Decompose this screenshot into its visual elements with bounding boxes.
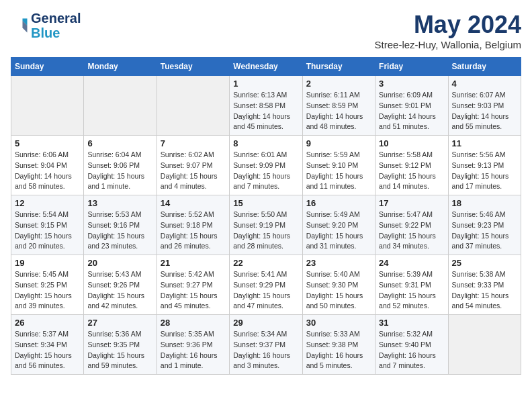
sunset-text: Sunset: 9:22 PM	[379, 220, 444, 231]
day-info: Sunrise: 5:39 AMSunset: 9:31 PMDaylight:…	[379, 269, 444, 312]
sunrise-text: Sunrise: 5:33 AM	[306, 329, 371, 340]
sunrise-text: Sunrise: 5:35 AM	[161, 329, 226, 340]
sunrise-text: Sunrise: 6:04 AM	[87, 150, 152, 161]
calendar-header-row: Sunday Monday Tuesday Wednesday Thursday…	[11, 58, 521, 76]
table-row	[11, 76, 84, 136]
sunset-text: Sunset: 9:07 PM	[161, 161, 226, 171]
sunset-text: Sunset: 9:31 PM	[379, 280, 444, 291]
daylight-text: Daylight: 15 hours and 4 minutes.	[161, 171, 226, 193]
col-wednesday: Wednesday	[230, 58, 302, 76]
table-row	[448, 315, 521, 375]
table-row: 2Sunrise: 6:11 AMSunset: 8:59 PMDaylight…	[302, 76, 375, 136]
daylight-text: Daylight: 15 hours and 17 minutes.	[452, 171, 517, 193]
day-info: Sunrise: 5:33 AMSunset: 9:38 PMDaylight:…	[306, 329, 371, 371]
table-row: 11Sunrise: 5:56 AMSunset: 9:13 PMDayligh…	[448, 136, 521, 195]
sunset-text: Sunset: 9:20 PM	[306, 220, 371, 231]
col-monday: Monday	[84, 58, 157, 76]
logo-icon	[11, 16, 30, 35]
sunrise-text: Sunrise: 5:46 AM	[452, 210, 517, 220]
day-info: Sunrise: 5:41 AMSunset: 9:29 PMDaylight:…	[233, 269, 298, 312]
daylight-text: Daylight: 15 hours and 47 minutes.	[233, 291, 298, 312]
table-row: 10Sunrise: 5:58 AMSunset: 9:12 PMDayligh…	[375, 136, 448, 195]
sunrise-text: Sunrise: 5:53 AM	[87, 210, 152, 220]
table-row: 29Sunrise: 5:34 AMSunset: 9:37 PMDayligh…	[230, 315, 302, 375]
sunset-text: Sunset: 9:29 PM	[233, 280, 298, 291]
sunset-text: Sunset: 9:19 PM	[233, 220, 298, 231]
day-number: 29	[233, 318, 298, 328]
table-row: 27Sunrise: 5:36 AMSunset: 9:35 PMDayligh…	[84, 315, 157, 375]
day-info: Sunrise: 6:04 AMSunset: 9:06 PMDaylight:…	[87, 150, 152, 192]
daylight-text: Daylight: 14 hours and 51 minutes.	[379, 111, 444, 133]
sunset-text: Sunset: 8:58 PM	[233, 101, 298, 111]
sunset-text: Sunset: 9:27 PM	[161, 280, 226, 291]
day-number: 26	[15, 318, 80, 328]
col-friday: Friday	[375, 58, 448, 76]
sunset-text: Sunset: 9:09 PM	[233, 161, 298, 171]
daylight-text: Daylight: 15 hours and 39 minutes.	[15, 291, 80, 312]
sunset-text: Sunset: 9:34 PM	[15, 340, 80, 351]
sunrise-text: Sunrise: 5:39 AM	[379, 269, 444, 280]
sunset-text: Sunset: 9:06 PM	[87, 161, 152, 171]
day-info: Sunrise: 5:36 AMSunset: 9:35 PMDaylight:…	[87, 329, 152, 371]
day-number: 24	[379, 258, 444, 268]
table-row: 4Sunrise: 6:07 AMSunset: 9:03 PMDaylight…	[448, 76, 521, 136]
daylight-text: Daylight: 14 hours and 58 minutes.	[15, 171, 80, 193]
day-number: 28	[161, 318, 226, 328]
day-number: 31	[379, 318, 444, 328]
daylight-text: Daylight: 16 hours and 1 minute.	[161, 351, 226, 372]
table-row: 6Sunrise: 6:04 AMSunset: 9:06 PMDaylight…	[84, 136, 157, 195]
day-info: Sunrise: 5:58 AMSunset: 9:12 PMDaylight:…	[379, 150, 444, 192]
day-info: Sunrise: 6:11 AMSunset: 8:59 PMDaylight:…	[306, 90, 371, 132]
sunrise-text: Sunrise: 5:50 AM	[233, 210, 298, 220]
day-info: Sunrise: 5:32 AMSunset: 9:40 PMDaylight:…	[379, 329, 444, 371]
day-info: Sunrise: 5:46 AMSunset: 9:23 PMDaylight:…	[452, 210, 517, 252]
daylight-text: Daylight: 15 hours and 23 minutes.	[87, 231, 152, 253]
sunset-text: Sunset: 9:33 PM	[452, 280, 517, 291]
day-number: 20	[87, 258, 152, 268]
day-number: 6	[87, 138, 152, 148]
day-number: 9	[306, 138, 371, 148]
sunrise-text: Sunrise: 5:59 AM	[306, 150, 371, 161]
sunset-text: Sunset: 9:01 PM	[379, 101, 444, 111]
day-info: Sunrise: 6:01 AMSunset: 9:09 PMDaylight:…	[233, 150, 298, 192]
table-row: 15Sunrise: 5:50 AMSunset: 9:19 PMDayligh…	[230, 195, 302, 255]
day-info: Sunrise: 6:07 AMSunset: 9:03 PMDaylight:…	[452, 90, 517, 132]
table-row: 26Sunrise: 5:37 AMSunset: 9:34 PMDayligh…	[11, 315, 84, 375]
day-info: Sunrise: 6:09 AMSunset: 9:01 PMDaylight:…	[379, 90, 444, 132]
day-info: Sunrise: 5:47 AMSunset: 9:22 PMDaylight:…	[379, 210, 444, 252]
location-subtitle: Stree-lez-Huy, Wallonia, Belgium	[375, 39, 521, 50]
daylight-text: Daylight: 15 hours and 56 minutes.	[15, 351, 80, 372]
table-row: 12Sunrise: 5:54 AMSunset: 9:15 PMDayligh…	[11, 195, 84, 255]
calendar-week-row: 5Sunrise: 6:06 AMSunset: 9:04 PMDaylight…	[11, 136, 521, 195]
table-row: 9Sunrise: 5:59 AMSunset: 9:10 PMDaylight…	[302, 136, 375, 195]
day-info: Sunrise: 5:59 AMSunset: 9:10 PMDaylight:…	[306, 150, 371, 192]
day-info: Sunrise: 5:40 AMSunset: 9:30 PMDaylight:…	[306, 269, 371, 312]
page-header: General Blue May 2024 Stree-lez-Huy, Wal…	[11, 11, 521, 50]
day-number: 12	[15, 198, 80, 208]
day-info: Sunrise: 5:37 AMSunset: 9:34 PMDaylight:…	[15, 329, 80, 371]
col-tuesday: Tuesday	[157, 58, 229, 76]
daylight-text: Daylight: 16 hours and 3 minutes.	[233, 351, 298, 372]
sunset-text: Sunset: 9:10 PM	[306, 161, 371, 171]
calendar-week-row: 12Sunrise: 5:54 AMSunset: 9:15 PMDayligh…	[11, 195, 521, 255]
day-info: Sunrise: 5:54 AMSunset: 9:15 PMDaylight:…	[15, 210, 80, 252]
daylight-text: Daylight: 14 hours and 55 minutes.	[452, 111, 517, 133]
table-row: 14Sunrise: 5:52 AMSunset: 9:18 PMDayligh…	[157, 195, 229, 255]
table-row: 31Sunrise: 5:32 AMSunset: 9:40 PMDayligh…	[375, 315, 448, 375]
calendar-week-row: 19Sunrise: 5:45 AMSunset: 9:25 PMDayligh…	[11, 255, 521, 315]
day-info: Sunrise: 5:53 AMSunset: 9:16 PMDaylight:…	[87, 210, 152, 252]
table-row: 7Sunrise: 6:02 AMSunset: 9:07 PMDaylight…	[157, 136, 229, 195]
daylight-text: Daylight: 15 hours and 50 minutes.	[306, 291, 371, 312]
day-number: 16	[306, 198, 371, 208]
table-row: 5Sunrise: 6:06 AMSunset: 9:04 PMDaylight…	[11, 136, 84, 195]
sunset-text: Sunset: 9:38 PM	[306, 340, 371, 351]
day-info: Sunrise: 5:52 AMSunset: 9:18 PMDaylight:…	[161, 210, 226, 252]
sunrise-text: Sunrise: 5:56 AM	[452, 150, 517, 161]
sunset-text: Sunset: 9:13 PM	[452, 161, 517, 171]
daylight-text: Daylight: 15 hours and 1 minute.	[87, 171, 152, 193]
daylight-text: Daylight: 14 hours and 45 minutes.	[233, 111, 298, 133]
day-info: Sunrise: 6:13 AMSunset: 8:58 PMDaylight:…	[233, 90, 298, 132]
day-info: Sunrise: 6:02 AMSunset: 9:07 PMDaylight:…	[161, 150, 226, 192]
table-row: 21Sunrise: 5:42 AMSunset: 9:27 PMDayligh…	[157, 255, 229, 315]
sunset-text: Sunset: 9:25 PM	[15, 280, 80, 291]
